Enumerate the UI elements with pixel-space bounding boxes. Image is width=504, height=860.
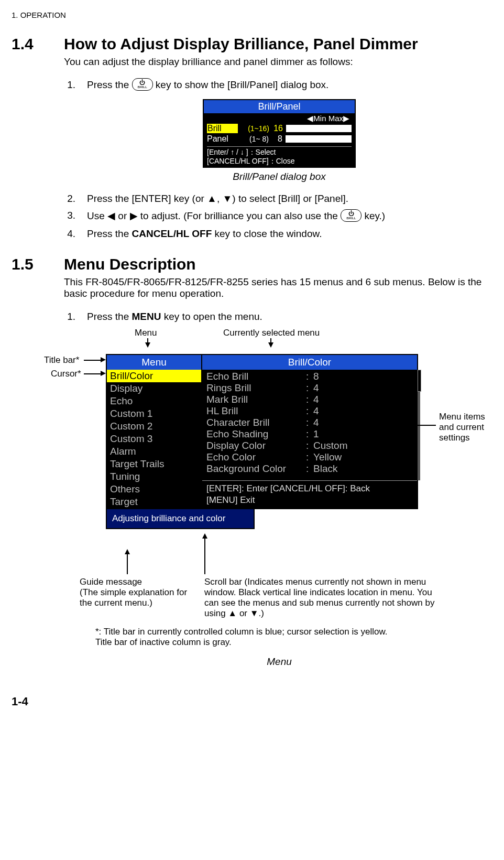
arrow-line [368,425,436,426]
item-value: 8 [313,371,319,382]
menu-right-item: Mark Brill: 4 [206,394,413,405]
menu-caption: Menu [64,656,495,668]
menu-left-item: Target Trails [107,458,201,470]
label-title-bar: Title bar* [44,355,79,366]
guide-message-box: Adjusting brilliance and color [106,509,255,529]
item-colon: : [306,463,313,475]
menu-right-column: Brill/Color Echo Brill: 8Rings Brill: 4M… [202,354,418,509]
menu-right-item: Rings Brill: 4 [206,382,413,394]
step-4-text: Press the CANCEL/HL OFF key to close the… [87,228,495,240]
step-3-text: Use ◀ or ▶ to adjust. (For brilliance yo… [87,210,495,223]
hint-close: [CANCEL/HL OFF]：Close [207,157,352,166]
brill-key-icon: ⏻ BRILL [132,78,153,91]
section-title: How to Adjust Display Brilliance, Panel … [64,35,418,53]
menu-left-item: Others [107,483,201,496]
section-number: 1.5 [12,255,64,273]
arrow-right-icon [101,357,106,362]
brill-label: Brill [207,124,238,133]
section-title: Menu Description [64,255,196,273]
menu-right-item: Echo Color: Yellow [206,452,413,463]
step-1-text: Press the ⏻ BRILL key to show the [Brill… [87,79,495,92]
item-colon: : [306,440,313,452]
arrow-right-icon [101,371,106,376]
section-1-4-heading: 1.4 How to Adjust Display Brilliance, Pa… [12,35,495,53]
section-1-5-heading: 1.5 Menu Description [12,255,495,273]
hint-select: [Enter/ ↑ / ↓ ]：Select [207,148,352,157]
hint-enter-back: [ENTER]: Enter [CANCEL/HL OFF]: Back [206,483,413,494]
menu-left-column: Menu Brill/ColorDisplayEchoCustom 1Custo… [106,354,202,509]
item-key: Background Color [206,463,306,475]
menu-right-item: Character Brill: 4 [206,417,413,428]
panel-label: Panel [207,134,237,144]
menu-left-item: Custom 3 [107,433,201,445]
menu-right-item: Background Color: Black [206,463,413,475]
section-number: 1.4 [12,35,64,53]
item-colon: : [306,417,313,428]
brill-panel-dialog-figure: Brill/Panel ◀Min Max▶ Brill (1~16) 16 Pa… [64,99,495,188]
arrow-up-icon [125,549,130,554]
scroll-thumb [418,370,421,392]
menu-left-item: Echo [107,395,201,407]
item-key: Mark Brill [206,394,306,405]
menu-left-item: Custom 1 [107,407,201,420]
item-value: Custom [313,440,347,452]
item-key: HL Brill [206,405,306,417]
arrow-line [270,338,271,343]
menu-left-item: Brill/Color [107,370,201,382]
panel-value: 8 [271,134,282,144]
label-cursor: Cursor* [51,369,81,379]
intro-1-5: This FR-8045/FR-8065/FR-8125/FR-8255 ser… [64,276,495,299]
menu-right-item: Echo Brill: 8 [206,371,413,382]
arrow-line [84,360,102,361]
label-menu: Menu [135,328,157,338]
intro-1-4: You can adjust the display brilliance an… [64,56,495,68]
arrow-line [127,553,128,574]
brill-bar [286,125,352,132]
step-number: 3. [64,210,75,223]
menu-left-titlebar: Menu [107,355,201,370]
page-number: 1-4 [12,695,495,708]
min-max-label: ◀Min Max▶ [207,114,352,123]
item-key: Display Color [206,440,306,452]
item-colon: : [306,405,313,417]
item-value: 4 [313,394,319,405]
item-value: 4 [313,417,319,428]
brill-row: Brill (1~16) 16 [207,123,352,134]
menu-right-titlebar: Brill/Color [202,355,417,370]
arrow-up-icon [202,533,207,539]
step-number: 4. [64,228,75,240]
item-value: 1 [313,428,319,440]
label-menu-items: Menu items and current settings [439,412,502,443]
menu-right-hints: [ENTER]: Enter [CANCEL/HL OFF]: Back [ME… [202,480,417,508]
step-number: 1. [64,79,75,92]
label-currently-selected: Currently selected menu [223,328,320,338]
brill-panel-dialog: Brill/Panel ◀Min Max▶ Brill (1~16) 16 Pa… [203,99,356,168]
panel-range: (1~ 8) [239,135,269,143]
step-number: 2. [64,193,75,205]
item-value: 4 [313,382,319,394]
menu-left-item: Alarm [107,445,201,458]
brill-range: (1~16) [240,124,269,133]
step-1-5-text: Press the MENU key to open the menu. [87,311,495,322]
panel-bar [286,135,352,143]
dialog-hints: [Enter/ ↑ / ↓ ]：Select [CANCEL/HL OFF]：C… [207,146,352,166]
item-colon: : [306,428,313,440]
item-value: Yellow [313,452,342,463]
panel-row: Panel (1~ 8) 8 [207,134,352,144]
item-colon: : [306,394,313,405]
item-key: Character Brill [206,417,306,428]
item-key: Echo Brill [206,371,306,382]
dialog-caption: Brill/Panel dialog box [233,171,325,182]
item-colon: : [306,452,313,463]
brill-value: 16 [271,124,283,133]
menu-panel: Menu Brill/ColorDisplayEchoCustom 1Custo… [106,354,418,529]
running-header: 1. OPERATION [12,10,495,19]
item-key: Rings Brill [206,382,306,394]
step-number: 1. [64,311,75,322]
step-2-text: Press the [ENTER] key (or ▲, ▼) to selec… [87,193,495,205]
item-colon: : [306,371,313,382]
item-key: Echo Shading [206,428,306,440]
menu-left-item: Tuning [107,470,201,483]
menu-right-item: HL Brill: 4 [206,405,413,417]
dialog-titlebar: Brill/Panel [204,100,355,114]
